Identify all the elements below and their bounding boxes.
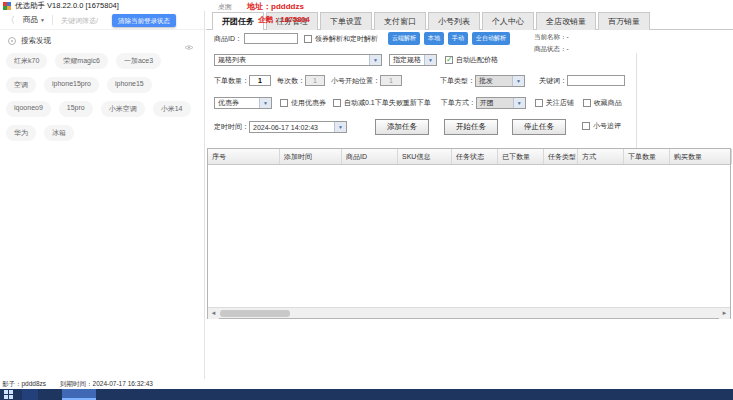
divider [636,53,637,149]
left-panel: 〈 商品 ▼ 清除当前登录状态 搜索发现 红米k70荣耀magic6一加ace3… [0,11,205,379]
order-type-label: 下单类型： [440,76,475,86]
parse-button[interactable]: 手动 [448,32,468,45]
back-chevron-icon[interactable]: 〈 [6,14,15,27]
column-header[interactable]: 下单数量 [624,149,670,164]
discovery-tag[interactable]: 小米14 [153,101,191,117]
schedule-datetime-picker[interactable]: 2024-06-17 14:02:43▼ [249,121,347,133]
tab[interactable]: 下单设置 [320,12,372,30]
discovery-tag-list: 红米k70荣耀magic6一加ace3空调iphone15proiphone15… [6,53,196,141]
order-qty-input[interactable] [249,75,271,86]
column-header[interactable]: 方式 [578,149,624,164]
app-logo-icon [3,2,11,10]
start-pos-label: 小号开始位置： [331,76,380,86]
sub-review-checkbox[interactable] [582,122,590,130]
task-table: 序号添加时间商品IDSKU信息任务状态已下数量任务类型方式下单数量购买数量小号起… [207,148,731,319]
search-discovery-header: 搜索发现 [0,35,204,47]
fav-item-checkbox[interactable] [583,99,591,107]
coupon-dropdown[interactable]: 优惠券▼ [214,97,272,109]
window-title: 优选助手 V18.22.0.0 [1675804] [15,1,119,11]
parse-button[interactable]: 全自动解析 [472,32,510,45]
add-task-button[interactable]: 添加任务 [375,119,429,135]
parse-button[interactable]: 本地 [424,32,444,45]
eye-icon[interactable] [184,37,194,44]
start-pos-input[interactable] [380,75,402,86]
discovery-tag[interactable]: 空调 [6,77,36,93]
spec-list-dropdown[interactable]: 规格列表▼ [214,54,382,66]
keyword-input[interactable] [567,75,625,86]
tab[interactable]: 个人中心 [482,12,534,30]
order-type-dropdown[interactable]: 批发▼ [475,75,525,87]
discovery-tag[interactable]: iqooneo9 [6,101,51,117]
tab[interactable]: 百万销量 [598,12,650,30]
tab[interactable]: 开团任务 [212,12,264,30]
task-table-body [208,165,730,298]
order-method-dropdown[interactable]: 开团▼ [476,97,526,109]
column-header[interactable]: 序号 [208,149,280,164]
spec-select-dropdown[interactable]: 指定规格▼ [389,54,437,66]
discovery-icon [8,37,16,45]
keyword-filter-input[interactable] [59,16,111,25]
order-qty-label: 下单数量： [214,76,249,86]
auto-match-price-checkbox[interactable] [445,56,453,64]
item-id-label: 商品ID： [214,34,242,44]
parse-button[interactable]: 云端解析 [388,32,420,45]
taskbar-active-app[interactable] [62,389,96,400]
column-header[interactable]: 任务状态 [452,149,498,164]
tab[interactable]: 支付窗口 [374,12,426,30]
taskbar [0,389,733,400]
discovery-tag[interactable]: 小米空调 [101,101,145,117]
use-coupon-checkbox[interactable] [280,99,288,107]
scroll-left-icon[interactable]: ◄ [208,308,219,319]
account-status: 影子：pddd8zs [2,380,46,389]
tab[interactable]: 小号列表 [428,12,480,30]
parse-mode-label: 领券解析和定时解析 [315,34,378,44]
item-id-input[interactable] [244,33,298,44]
discovery-tag[interactable]: 红米k70 [6,53,47,69]
current-name-info: 当前名称：- [534,33,569,42]
taskbar-app-icon[interactable] [22,389,38,400]
parse-button-group: 云端解析本地手动全自动解析 [388,32,514,45]
discovery-tag[interactable]: iphone15pro [44,77,99,93]
auto-reduce-checkbox[interactable] [333,99,341,107]
column-header[interactable]: 任务类型 [544,149,578,164]
follow-shop-label: 关注店铺 [546,98,574,108]
qq-watermark: 企鹅：1675804 [258,15,310,25]
search-discovery-title: 搜索发现 [21,36,51,46]
expire-status: 到期时间：2024-07-17 16:32:43 [60,380,153,389]
item-status-info: 商品状态：- [534,45,569,54]
stop-task-button[interactable]: 停止任务 [512,119,566,135]
auto-match-price-label: 自动匹配价格 [456,55,498,65]
start-task-button[interactable]: 开始任务 [444,119,498,135]
column-header[interactable]: 已下数量 [498,149,544,164]
discovery-tag[interactable]: 华为 [6,125,36,141]
scroll-right-icon[interactable]: ► [719,308,730,319]
address-watermark: 地址：pddddzs [247,1,304,12]
main-panel: 开团任务任务管理下单设置支付窗口小号列表个人中心全店改销量百万销量 商品ID： … [206,11,733,379]
per-count-input[interactable] [305,75,325,86]
tab[interactable]: 全店改销量 [536,12,596,30]
category-dropdown[interactable]: 商品 [23,15,38,25]
discovery-tag[interactable]: 一加ace3 [116,53,161,69]
discovery-tag[interactable]: 荣耀magic6 [55,53,108,69]
clear-login-button[interactable]: 清除当前登录状态 [112,14,176,27]
discovery-tag[interactable]: 冰箱 [44,125,74,141]
chevron-down-icon: ▼ [40,17,45,23]
column-header[interactable]: 购买数量 [670,149,732,164]
left-panel-header: 〈 商品 ▼ 清除当前登录状态 [0,11,204,30]
sub-review-label: 小号追评 [593,121,621,131]
horizontal-scrollbar[interactable]: ◄ ► [208,307,730,318]
start-button[interactable] [0,389,16,400]
divider [52,15,53,25]
parse-mode-checkbox[interactable] [304,35,312,43]
column-header[interactable]: SKU信息 [398,149,452,164]
discovery-tag[interactable]: 15pro [59,101,93,117]
discovery-tag[interactable]: iphone15 [107,77,152,93]
column-header[interactable]: 添加时间 [280,149,342,164]
column-header[interactable]: 商品ID [342,149,398,164]
task-table-header: 序号添加时间商品IDSKU信息任务状态已下数量任务类型方式下单数量购买数量小号起… [208,149,730,165]
per-count-label: 每次数： [277,76,305,86]
auto-reduce-label: 自动减0.1下单失败重新下单 [344,98,431,108]
keyword-label: 关键词： [539,76,567,86]
scrollbar-thumb[interactable] [220,310,290,317]
follow-shop-checkbox[interactable] [535,99,543,107]
